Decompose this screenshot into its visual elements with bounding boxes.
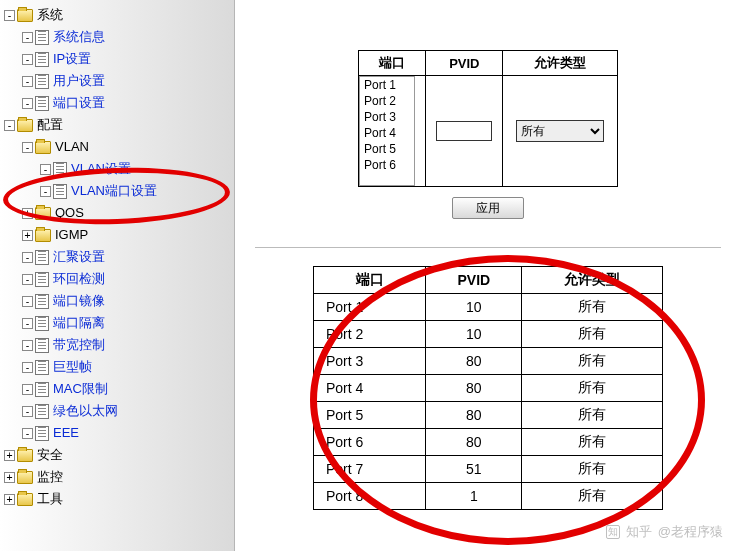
expand-icon[interactable]: -: [22, 318, 33, 329]
nav-port-mirror[interactable]: -端口镜像: [0, 290, 234, 312]
cell-pvid: 1: [426, 483, 522, 510]
expand-icon[interactable]: -: [22, 274, 33, 285]
nav-qos[interactable]: +QOS: [0, 202, 234, 224]
cell-type: 所有: [522, 294, 663, 321]
expand-icon[interactable]: -: [22, 76, 33, 87]
cell-pvid: 51: [426, 456, 522, 483]
nav-monitor[interactable]: +监控: [0, 466, 234, 488]
form-header-pvid: PVID: [426, 51, 503, 76]
expand-icon[interactable]: -: [40, 186, 51, 197]
nav-mac-limit[interactable]: -MAC限制: [0, 378, 234, 400]
nav-tools[interactable]: +工具: [0, 488, 234, 510]
table-row: Port 210所有: [314, 321, 663, 348]
vlan-port-table: 端口 PVID 允许类型 Port 110所有Port 210所有Port 38…: [313, 266, 663, 510]
port-multiselect[interactable]: Port 1Port 2Port 3Port 4Port 5Port 6: [359, 76, 415, 186]
nav-loop-detect[interactable]: -环回检测: [0, 268, 234, 290]
nav-label: 汇聚设置: [53, 246, 105, 268]
nav-label: VLAN: [55, 136, 89, 158]
expand-icon[interactable]: -: [22, 54, 33, 65]
port-option[interactable]: Port 2: [360, 93, 414, 109]
port-option[interactable]: Port 3: [360, 109, 414, 125]
nav-config[interactable]: -配置: [0, 114, 234, 136]
cell-type: 所有: [522, 375, 663, 402]
expand-icon[interactable]: -: [22, 340, 33, 351]
table-header-pvid: PVID: [426, 267, 522, 294]
folder-icon: [17, 119, 33, 132]
folder-icon: [35, 207, 51, 220]
expand-icon[interactable]: -: [22, 142, 33, 153]
allow-type-select[interactable]: 所有: [516, 120, 604, 142]
table-header-port: 端口: [314, 267, 426, 294]
expand-icon[interactable]: -: [4, 10, 15, 21]
nav-label: 带宽控制: [53, 334, 105, 356]
nav-vlan-port-settings[interactable]: -VLAN端口设置: [0, 180, 234, 202]
pvid-input[interactable]: [436, 121, 492, 141]
sidebar: -系统-系统信息-IP设置-用户设置-端口设置-配置-VLAN-VLAN设置-V…: [0, 0, 235, 551]
nav-label: 监控: [37, 466, 63, 488]
expand-icon[interactable]: -: [22, 428, 33, 439]
cell-port: Port 3: [314, 348, 426, 375]
nav-label: 工具: [37, 488, 63, 510]
cell-port: Port 4: [314, 375, 426, 402]
expand-icon[interactable]: -: [22, 252, 33, 263]
port-option[interactable]: Port 4: [360, 125, 414, 141]
nav-eee[interactable]: -EEE: [0, 422, 234, 444]
cell-pvid: 80: [426, 429, 522, 456]
expand-icon[interactable]: -: [4, 120, 15, 131]
page-icon: [53, 162, 67, 177]
section-divider: [255, 247, 721, 248]
port-option[interactable]: Port 1: [360, 77, 414, 93]
expand-icon[interactable]: -: [22, 98, 33, 109]
expand-icon[interactable]: -: [22, 32, 33, 43]
nav-ip-settings[interactable]: -IP设置: [0, 48, 234, 70]
page-icon: [35, 382, 49, 397]
nav-label: 巨型帧: [53, 356, 92, 378]
page-icon: [35, 360, 49, 375]
folder-icon: [17, 493, 33, 506]
expand-icon[interactable]: -: [40, 164, 51, 175]
folder-icon: [17, 9, 33, 22]
folder-icon: [35, 141, 51, 154]
nav-label: 端口镜像: [53, 290, 105, 312]
nav-vlan-settings[interactable]: -VLAN设置: [0, 158, 234, 180]
nav-jumbo-frame[interactable]: -巨型帧: [0, 356, 234, 378]
page-icon: [35, 404, 49, 419]
nav-user-settings[interactable]: -用户设置: [0, 70, 234, 92]
port-option[interactable]: Port 6: [360, 157, 414, 173]
nav-label: 系统: [37, 4, 63, 26]
nav-security[interactable]: +安全: [0, 444, 234, 466]
apply-button[interactable]: 应用: [452, 197, 524, 219]
expand-icon[interactable]: +: [4, 450, 15, 461]
expand-icon[interactable]: +: [22, 208, 33, 219]
nav-system-info[interactable]: -系统信息: [0, 26, 234, 48]
expand-icon[interactable]: +: [4, 494, 15, 505]
nav-label: IGMP: [55, 224, 88, 246]
folder-icon: [17, 449, 33, 462]
expand-icon[interactable]: -: [22, 406, 33, 417]
expand-icon[interactable]: +: [22, 230, 33, 241]
table-row: Port 380所有: [314, 348, 663, 375]
cell-type: 所有: [522, 348, 663, 375]
nav-bandwidth-control[interactable]: -带宽控制: [0, 334, 234, 356]
nav-label: QOS: [55, 202, 84, 224]
table-row: Port 81所有: [314, 483, 663, 510]
nav-label: 环回检测: [53, 268, 105, 290]
table-row: Port 110所有: [314, 294, 663, 321]
page-icon: [35, 294, 49, 309]
nav-trunk-settings[interactable]: -汇聚设置: [0, 246, 234, 268]
nav-igmp[interactable]: +IGMP: [0, 224, 234, 246]
page-icon: [35, 426, 49, 441]
expand-icon[interactable]: +: [4, 472, 15, 483]
expand-icon[interactable]: -: [22, 362, 33, 373]
nav-port-isolation[interactable]: -端口隔离: [0, 312, 234, 334]
nav-label: 安全: [37, 444, 63, 466]
nav-system[interactable]: -系统: [0, 4, 234, 26]
nav-green-ethernet[interactable]: -绿色以太网: [0, 400, 234, 422]
port-option[interactable]: Port 5: [360, 141, 414, 157]
expand-icon[interactable]: -: [22, 384, 33, 395]
cell-port: Port 1: [314, 294, 426, 321]
nav-port-settings[interactable]: -端口设置: [0, 92, 234, 114]
expand-icon[interactable]: -: [22, 296, 33, 307]
form-header-port: 端口: [359, 51, 426, 76]
nav-vlan[interactable]: -VLAN: [0, 136, 234, 158]
